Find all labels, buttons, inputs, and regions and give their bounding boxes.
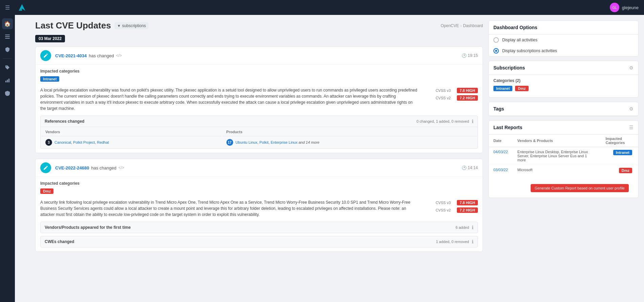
page-title: Last CVE Updates — [35, 20, 111, 31]
vendor-polkit[interactable]: Polkit Project — [73, 140, 95, 144]
reports-list-icon[interactable]: ☰ — [629, 125, 634, 130]
sidebar-item-list[interactable] — [2, 31, 13, 42]
cwes-header-2[interactable]: CWEs changed 1 added, 0 removed ℹ — [41, 236, 478, 247]
svg-rect-7 — [8, 79, 9, 82]
products-col-header: Products — [222, 128, 477, 136]
product-polkit[interactable]: Polkit — [260, 140, 269, 144]
cve-code-icon-2[interactable]: </> — [118, 165, 124, 170]
cwes-title-2: CWEs changed — [45, 239, 436, 244]
vendors-header-2[interactable]: Vendors/Products appeared for the first … — [41, 222, 478, 233]
report-category-1: Intranet — [601, 147, 638, 165]
dashboard-options-header: Dashboard Options — [489, 21, 638, 35]
categories-tags-row: Intranet Dmz — [493, 86, 634, 94]
vendors-section-2: Vendors/Products appeared for the first … — [40, 222, 478, 233]
vendor-redhat[interactable]: Redhat — [97, 140, 109, 144]
dashboard-options-section: Dashboard Options Display all activities… — [488, 20, 639, 57]
generate-report-button[interactable]: Generate Custom Report based on current … — [531, 184, 629, 192]
cve-content-row-2: A security link following local privileg… — [40, 199, 478, 218]
cvss-v2-label-2: CVSS v2 — [436, 208, 454, 212]
dashboard-options-title: Dashboard Options — [493, 25, 634, 30]
impacted-label-1: Impacted categories — [40, 69, 478, 74]
tags-section: Tags ⚙ — [488, 102, 639, 116]
username-label: glejeune — [622, 5, 639, 10]
vendors-col-header-reports: Vendors & Products — [513, 135, 601, 147]
option-label-subscriptions: Display subscriptions activities — [502, 48, 557, 53]
cvss-v3-badge-2: 7.8 HIGH — [457, 200, 478, 205]
filter-label: subscriptions — [122, 23, 146, 28]
report-date-link-2[interactable]: 03/03/22 — [493, 168, 508, 172]
breadcrumb-opencve[interactable]: OpenCVE — [441, 23, 459, 28]
cve-link-2[interactable]: CVE-2022-24680 — [55, 165, 89, 170]
category-tag-intranet-1[interactable]: Intranet — [40, 76, 59, 82]
breadcrumb-dashboard: Dashboard — [463, 23, 483, 28]
sub-tag-intranet[interactable]: Intranet — [493, 86, 512, 91]
svg-rect-3 — [5, 36, 10, 37]
product-el[interactable]: Enterprise Linux — [271, 140, 298, 144]
report-date-1: 04/03/22 — [489, 147, 513, 165]
table-row: 04/03/22 Enterprise Linux Desktop, Enter… — [489, 147, 638, 165]
tags-settings-icon[interactable]: ⚙ — [629, 106, 634, 112]
vendors-info-icon-2[interactable]: ℹ — [472, 225, 473, 230]
option-row-all[interactable]: Display all activities — [489, 35, 638, 45]
last-reports-title: Last Reports — [493, 125, 629, 130]
breadcrumb: OpenCVE › Dashboard — [441, 23, 483, 28]
cve-changed-1: has changed — [89, 53, 114, 58]
filter-badge[interactable]: ▼ subscriptions — [114, 22, 149, 29]
sidebar-item-tags[interactable] — [2, 62, 13, 73]
vendors-table-1: Vendors Products 3 Canonical, Polkit Pro… — [41, 127, 478, 148]
sidebar-item-shield[interactable] — [2, 88, 13, 99]
date-col-header: Date — [489, 135, 513, 147]
cvss-v3-label-1: CVSS v3 — [436, 88, 454, 93]
option-row-subscriptions[interactable]: Display subscriptions activities — [489, 45, 638, 56]
settings-icon[interactable]: ⚙ — [629, 65, 634, 71]
cve-time-1: 🕐 19:15 — [462, 53, 478, 58]
report-date-link-1[interactable]: 04/03/22 — [493, 150, 508, 154]
sidebar-item-home[interactable]: 🏠 — [2, 18, 13, 29]
sub-tag-dmz[interactable]: Dmz — [515, 86, 528, 91]
sidebar-item-stats[interactable] — [2, 75, 13, 86]
cvss-v2-badge-1: 7.2 HIGH — [457, 95, 478, 101]
topbar: ☰ GL glejeune — [0, 0, 644, 15]
references-header-1[interactable]: References changed 0 changed, 1 added, 0… — [41, 116, 478, 127]
product-ubuntu[interactable]: Ubuntu Linux — [236, 140, 258, 144]
cwes-info-icon-2[interactable]: ℹ — [472, 239, 473, 244]
cwes-section-2: CWEs changed 1 added, 0 removed ℹ — [40, 236, 478, 247]
last-reports-header: Last Reports ☰ — [489, 121, 638, 135]
impacted-col-header: Impacted Categories — [601, 135, 638, 147]
report-vendors-1: Enterprise Linux Desktop, Enterprise Lin… — [513, 147, 601, 165]
wolf-logo — [18, 3, 26, 12]
reports-table: Date Vendors & Products Impacted Categor… — [489, 135, 638, 179]
subscriptions-header: Subscriptions ⚙ — [489, 61, 638, 75]
categories-label: Categories (2) — [493, 78, 634, 83]
sidebar: 🏠 — [0, 15, 15, 302]
cvss-v3-row-1: CVSS v3 7.8 HIGH — [436, 88, 478, 93]
cvss-v3-label-2: CVSS v3 — [436, 201, 454, 205]
generate-btn-wrapper: Generate Custom Report based on current … — [489, 179, 638, 198]
hamburger-icon[interactable]: ☰ — [0, 0, 15, 15]
tags-title: Tags — [493, 106, 629, 112]
report-vendors-2: Microsoft — [513, 165, 601, 179]
radio-all-activities[interactable] — [493, 37, 499, 43]
products-cell-1: 17 Ubuntu Linux, Polkit, Enterprise Linu… — [222, 137, 477, 148]
svg-rect-5 — [5, 81, 6, 82]
cvss-panel-1: CVSS v3 7.8 HIGH CVSS v2 7.2 HIGH — [424, 87, 478, 112]
radio-subscriptions-activities[interactable] — [493, 48, 499, 54]
cve-header-1: CVE-2021-4034 has changed </> 🕐 19:15 — [36, 47, 483, 65]
cve-content-row-1: A local privilege escalation vulnerabili… — [40, 87, 478, 112]
products-more: and 14 more — [298, 140, 319, 144]
vendors-cell-1: 3 Canonical, Polkit Project, Redhat — [41, 137, 222, 148]
vendor-canonical[interactable]: Canonical — [54, 140, 71, 144]
vendors-title-2: Vendors/Products appeared for the first … — [45, 225, 456, 230]
table-row: 03/03/22 Microsoft Dmz — [489, 165, 638, 179]
category-tag-dmz-2[interactable]: Dmz — [40, 188, 53, 194]
cve-body-1: Impacted categories Intranet A local pri… — [36, 65, 483, 153]
references-info-icon-1[interactable]: ℹ — [472, 119, 473, 124]
cve-title-row-2: CVE-2022-24680 has changed </> — [55, 165, 462, 170]
sidebar-item-security[interactable] — [2, 44, 13, 55]
cve-code-icon-1[interactable]: </> — [116, 53, 122, 58]
cve-time-2: 🕐 14:14 — [462, 165, 478, 170]
cwes-meta-2: 1 added, 0 removed — [436, 240, 469, 244]
cvss-v2-row-1: CVSS v2 7.2 HIGH — [436, 95, 478, 101]
cve-link-1[interactable]: CVE-2021-4034 — [55, 53, 87, 58]
cvss-v2-row-2: CVSS v2 7.2 HIGH — [436, 207, 478, 213]
